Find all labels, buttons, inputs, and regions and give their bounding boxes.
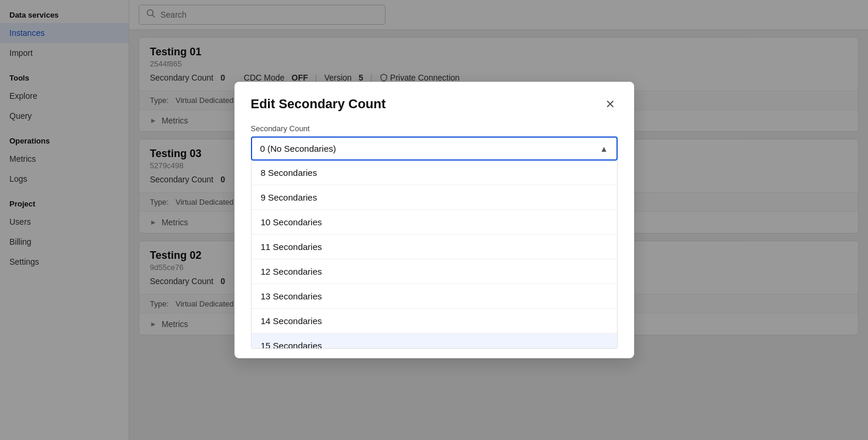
dropdown-option[interactable]: 10 Secondaries (252, 210, 617, 235)
field-label: Secondary Count (251, 124, 618, 133)
selected-option-label: 0 (No Secondaries) (260, 144, 336, 154)
dropdown-option[interactable]: 13 Secondaries (252, 284, 617, 309)
dropdown-options-list: 8 Secondaries9 Secondaries10 Secondaries… (251, 161, 618, 349)
chevron-up-icon: ▲ (600, 144, 608, 154)
dropdown-option[interactable]: 12 Secondaries (252, 259, 617, 284)
secondary-count-dropdown[interactable]: 0 (No Secondaries) ▲ (251, 136, 618, 161)
modal-header: Edit Secondary Count ✕ (234, 82, 634, 124)
dropdown-option[interactable]: 11 Secondaries (252, 235, 617, 259)
dropdown-option[interactable]: 15 Secondaries (252, 334, 617, 349)
modal-overlay[interactable]: Edit Secondary Count ✕ Secondary Count 0… (0, 0, 868, 440)
modal-body: Secondary Count 0 (No Secondaries) ▲ 8 S… (234, 124, 634, 358)
dropdown-option[interactable]: 9 Secondaries (252, 185, 617, 210)
edit-secondary-count-modal: Edit Secondary Count ✕ Secondary Count 0… (234, 82, 634, 358)
close-icon[interactable]: ✕ (603, 96, 618, 112)
dropdown-option[interactable]: 8 Secondaries (252, 161, 617, 185)
modal-title: Edit Secondary Count (251, 96, 386, 112)
dropdown-option[interactable]: 14 Secondaries (252, 309, 617, 334)
